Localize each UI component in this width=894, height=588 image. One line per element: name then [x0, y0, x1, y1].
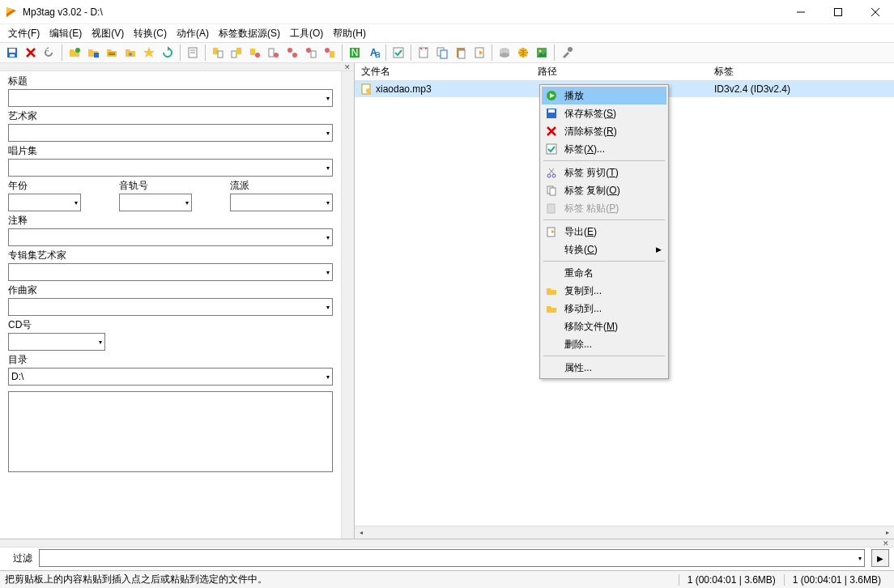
input-year[interactable] [8, 194, 81, 211]
svg-text:N: N [351, 47, 359, 58]
close-button[interactable] [857, 0, 894, 24]
freedb-icon[interactable] [496, 44, 513, 62]
input-artist[interactable] [8, 124, 333, 142]
copy-icon[interactable] [433, 44, 451, 62]
menu-edit[interactable]: 编辑(E) [45, 25, 87, 42]
window-title: Mp3tag v3.02 - D:\ [23, 6, 782, 18]
menu-convert[interactable]: 转换(C) [129, 25, 172, 42]
menu-tools[interactable]: 工具(O) [285, 25, 328, 42]
open-folder-icon[interactable] [66, 44, 83, 62]
ctx-copyto[interactable]: 复制到... [542, 282, 666, 300]
number-icon[interactable]: N [346, 44, 364, 62]
svg-rect-21 [213, 48, 218, 54]
svg-rect-44 [458, 50, 465, 58]
undo-icon[interactable] [40, 44, 58, 62]
minimize-button[interactable] [782, 0, 820, 24]
input-genre[interactable] [230, 194, 333, 211]
app-icon [5, 6, 18, 19]
svg-rect-12 [94, 53, 99, 58]
input-comment[interactable] [8, 228, 333, 246]
svg-rect-22 [218, 51, 223, 58]
label-artist: 艺术家 [8, 109, 333, 123]
export-icon[interactable] [470, 44, 488, 62]
menu-actions[interactable]: 动作(A) [172, 25, 214, 42]
ctx-copy[interactable]: 标签 复制(O) [542, 181, 666, 199]
save-icon[interactable] [3, 44, 21, 62]
filter-close-icon[interactable]: ✕ [883, 539, 889, 548]
tag-to-text-icon[interactable] [302, 44, 320, 62]
playlist-icon[interactable] [103, 44, 121, 62]
ctx-props[interactable]: 属性... [542, 359, 666, 377]
ctx-cut[interactable]: 标签 剪切(T) [542, 164, 666, 181]
ctx-moveto[interactable]: 移动到... [542, 300, 666, 317]
ctx-rename[interactable]: 重命名 [542, 264, 666, 282]
file-to-tag2-icon[interactable] [246, 44, 264, 62]
svg-marker-16 [143, 47, 155, 58]
maximize-button[interactable] [820, 0, 857, 24]
col-tag[interactable]: 标签 [708, 63, 894, 80]
panel-close-icon[interactable]: ✕ [344, 63, 351, 71]
actions-icon[interactable]: Aa [364, 44, 382, 62]
refresh-icon[interactable] [159, 44, 177, 62]
tag-to-file-icon[interactable] [209, 44, 227, 62]
ctx-play[interactable]: 播放 [542, 87, 666, 104]
input-track[interactable] [119, 194, 192, 211]
label-genre: 流派 [230, 179, 333, 193]
svg-point-26 [255, 53, 260, 58]
ctx-tag[interactable]: 标签(X)... [542, 140, 666, 158]
websource-icon[interactable] [514, 44, 532, 62]
label-year: 年份 [8, 179, 111, 193]
menu-file[interactable]: 文件(F) [3, 25, 45, 42]
tag-edit-icon [545, 143, 558, 156]
file-to-tag-icon[interactable] [228, 44, 245, 62]
save-folder-icon[interactable] [84, 44, 102, 62]
col-filename[interactable]: 文件名 [355, 63, 531, 80]
svg-rect-24 [236, 48, 241, 54]
save-icon [545, 107, 558, 120]
label-title: 标题 [8, 75, 333, 88]
col-path[interactable]: 路径 [531, 63, 708, 80]
menu-help[interactable]: 帮助(H) [328, 25, 371, 42]
svg-point-31 [306, 48, 311, 53]
svg-rect-7 [9, 49, 15, 53]
menu-tagsources[interactable]: 标签数据源(S) [214, 25, 285, 42]
list-hscroll[interactable]: ◂▸ [355, 526, 894, 539]
svg-point-15 [129, 53, 132, 56]
filter-go-button[interactable]: ▶ [871, 549, 889, 567]
input-directory[interactable] [8, 368, 333, 386]
menu-view[interactable]: 视图(V) [87, 25, 129, 42]
settings-icon[interactable] [121, 44, 139, 62]
panel-scrollbar[interactable] [341, 71, 354, 539]
input-album[interactable] [8, 159, 333, 177]
ctx-delete[interactable]: 删除... [542, 335, 666, 353]
cut-icon[interactable] [415, 44, 432, 62]
filter-input[interactable] [39, 549, 865, 567]
cover-icon[interactable] [533, 44, 551, 62]
status-seg2: 1 (00:04:01 | 3.6MB) [784, 574, 889, 586]
tag-to-tag-icon[interactable] [283, 44, 301, 62]
ctx-remove-tag[interactable]: 清除标签(R) [542, 122, 666, 140]
delete-icon[interactable] [22, 44, 40, 62]
label-comment: 注释 [8, 214, 333, 228]
text-to-tag-icon[interactable] [265, 44, 283, 62]
cover-art-area[interactable] [8, 391, 333, 472]
input-composer[interactable] [8, 298, 333, 316]
export-icon [545, 225, 558, 238]
ctx-save-tag[interactable]: 保存标签(S) [542, 104, 666, 122]
input-albumartist[interactable] [8, 263, 333, 281]
input-discno[interactable] [8, 333, 105, 351]
svg-rect-23 [232, 51, 236, 58]
paste-icon[interactable] [452, 44, 470, 62]
ctx-export[interactable]: 导出(E) [542, 223, 666, 241]
tag-list-icon[interactable] [321, 44, 338, 62]
tools-icon[interactable] [558, 44, 576, 62]
status-bar: 把剪贴板上的内容粘贴到插入点之后或粘贴到选定的文件中。 1 (00:04:01 … [0, 570, 894, 588]
input-title[interactable] [8, 89, 333, 107]
ctx-removefile[interactable]: 移除文件(M) [542, 317, 666, 335]
svg-rect-32 [311, 51, 316, 58]
ctx-convert[interactable]: 转换(C) ▶ [542, 241, 666, 258]
extended-tags-icon[interactable] [390, 44, 407, 62]
svg-rect-14 [109, 54, 115, 55]
favorite-icon[interactable] [140, 44, 158, 62]
doc-icon[interactable] [184, 44, 202, 62]
